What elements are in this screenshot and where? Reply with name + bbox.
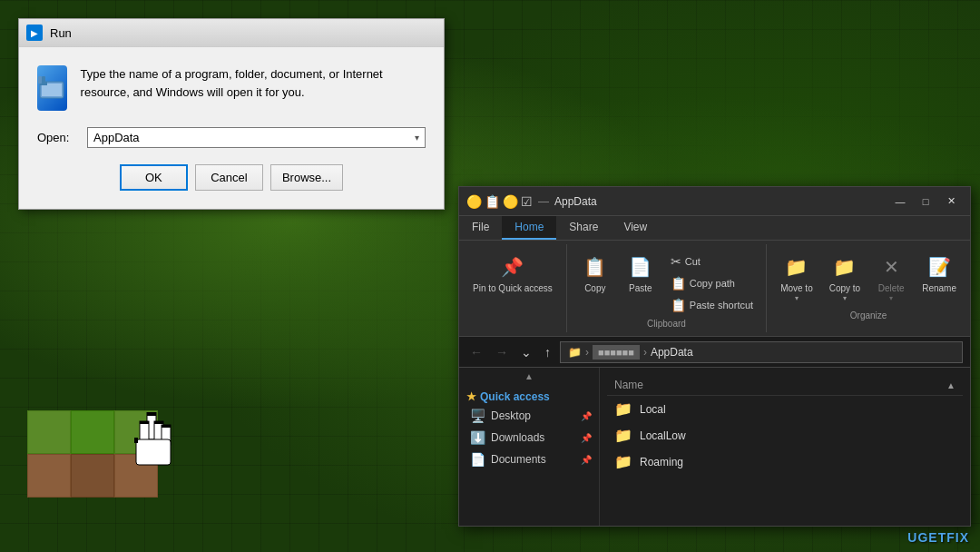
pin-group: 📌 Pin to Quick access xyxy=(459,244,567,332)
explorer-title-left: 🟡 📋 🟡 ☑ — AppData xyxy=(466,194,597,209)
file-list-name-header: Name xyxy=(614,379,643,391)
copy-to-arrow-icon: ▾ xyxy=(843,294,847,302)
svg-rect-1 xyxy=(42,84,62,96)
run-titlebar: ▶ Run xyxy=(19,19,444,47)
delete-label: Delete xyxy=(878,283,905,294)
close-button[interactable]: ✕ xyxy=(939,192,963,211)
address-bar: ← → ⌄ ↑ 📁 › ■■■■■■ › AppData xyxy=(459,337,970,368)
rename-button[interactable]: 📝 Rename xyxy=(916,248,963,307)
organize-group: 📁 Move to ▾ 📁 Copy to ▾ ✕ Delete ▾ xyxy=(767,244,970,332)
tab-share[interactable]: Share xyxy=(556,216,611,240)
clipboard-group: 📋 Copy 📄 Paste ✂ Cut 📋 xyxy=(567,244,767,332)
run-dropdown-arrow-icon[interactable]: ▾ xyxy=(415,133,419,143)
file-list: Name ▲ 📁 Local 📁 LocalLow 📁 Roaming xyxy=(600,368,970,526)
desktop-pin-icon: 📌 xyxy=(581,411,592,421)
rename-label: Rename xyxy=(922,283,956,294)
file-item-roaming[interactable]: 📁 Roaming xyxy=(607,448,963,475)
paste-shortcut-label: Paste shortcut xyxy=(690,300,753,310)
breadcrumb-folder-icon: 📁 xyxy=(568,346,582,359)
nav-back-button[interactable]: ← xyxy=(466,343,486,361)
downloads-icon: ⬇️ xyxy=(470,430,485,445)
scroll-up-indicator: ▲ xyxy=(459,368,599,385)
minecraft-decoration xyxy=(27,410,158,498)
minimize-button[interactable]: — xyxy=(888,192,912,211)
localLow-folder-icon: 📁 xyxy=(614,427,632,444)
file-item-local[interactable]: 📁 Local xyxy=(607,396,963,422)
move-to-arrow-icon: ▾ xyxy=(795,294,799,302)
maximize-button[interactable]: □ xyxy=(914,192,937,211)
breadcrumb-separator: › xyxy=(585,346,589,359)
file-item-local-label: Local xyxy=(640,403,666,416)
ribbon: File Home Share View 📌 Pin to Quick acce… xyxy=(459,216,970,337)
downloads-pin-icon: 📌 xyxy=(581,433,592,443)
explorer-titlebar: 🟡 📋 🟡 ☑ — AppData — □ ✕ xyxy=(459,187,970,216)
file-explorer: 🟡 📋 🟡 ☑ — AppData — □ ✕ File Home Share … xyxy=(458,186,971,527)
run-ok-button[interactable]: OK xyxy=(120,164,188,191)
explorer-title-icons: 🟡 📋 🟡 ☑ xyxy=(466,194,533,209)
run-cancel-button[interactable]: Cancel xyxy=(195,164,263,191)
quick-access-star-icon: ★ xyxy=(466,390,476,403)
delete-icon: ✕ xyxy=(877,252,906,281)
sidebar-scroll: ▲ ★ Quick access 🖥️ Desktop 📌 ⬇️ Downloa… xyxy=(459,368,599,470)
documents-pin-icon: 📌 xyxy=(581,455,592,465)
sidebar-item-desktop[interactable]: 🖥️ Desktop 📌 xyxy=(459,405,599,427)
copy-to-button[interactable]: 📁 Copy to ▾ xyxy=(823,248,867,307)
sidebar-item-downloads[interactable]: ⬇️ Downloads 📌 xyxy=(459,427,599,448)
sidebar-item-documents[interactable]: 📄 Documents 📌 xyxy=(459,448,599,470)
file-item-localLow[interactable]: 📁 LocalLow xyxy=(607,422,963,448)
file-list-header: Name ▲ xyxy=(607,375,963,396)
run-buttons: OK Cancel Browse... xyxy=(37,164,426,191)
run-body: Type the name of a program, folder, docu… xyxy=(19,47,444,209)
desktop-icon: 🖥️ xyxy=(470,409,485,423)
run-titlebar-icon: ▶ xyxy=(26,25,43,41)
copy-button[interactable]: 📋 Copy xyxy=(574,248,616,299)
copy-label: Copy xyxy=(584,283,605,294)
copy-to-label: Copy to xyxy=(829,283,860,294)
move-to-icon: 📁 xyxy=(782,252,811,281)
address-path[interactable]: 📁 › ■■■■■■ › AppData xyxy=(560,341,963,363)
pin-label: Pin to Quick access xyxy=(473,283,553,294)
quick-access-label: Quick access xyxy=(480,390,550,403)
paste-shortcut-button[interactable]: 📋 Paste shortcut xyxy=(665,295,759,315)
rename-icon: 📝 xyxy=(925,252,954,281)
paste-icon: 📄 xyxy=(626,252,655,281)
pin-to-quick-access-button[interactable]: 📌 Pin to Quick access xyxy=(466,248,559,299)
copy-path-label: Copy path xyxy=(690,278,735,289)
tab-home[interactable]: Home xyxy=(502,216,556,240)
file-item-roaming-label: Roaming xyxy=(640,456,683,468)
tab-view[interactable]: View xyxy=(611,216,660,240)
run-input-wrapper[interactable]: ▾ xyxy=(87,127,426,148)
cut-label: Cut xyxy=(685,256,701,267)
clipboard-icon: 📋 xyxy=(485,194,500,209)
organize-items: 📁 Move to ▾ 📁 Copy to ▾ ✕ Delete ▾ xyxy=(774,248,963,307)
title-separator: — xyxy=(538,195,549,208)
run-input[interactable] xyxy=(93,131,415,144)
breadcrumb-hidden: ■■■■■■ xyxy=(593,345,640,360)
file-list-collapse-icon[interactable]: ▲ xyxy=(946,380,956,390)
nav-forward-button[interactable]: → xyxy=(492,343,512,361)
sidebar-downloads-label: Downloads xyxy=(491,431,575,444)
run-open-row: Open: ▾ xyxy=(37,127,426,148)
run-header: Type the name of a program, folder, docu… xyxy=(37,65,426,111)
svg-rect-4 xyxy=(38,76,42,84)
delete-button[interactable]: ✕ Delete ▾ xyxy=(870,248,912,307)
paste-label: Paste xyxy=(629,283,652,294)
ribbon-tabs: File Home Share View xyxy=(459,216,970,241)
pin-icon: 📌 xyxy=(498,252,527,281)
window-controls: — □ ✕ xyxy=(888,192,963,211)
delete-arrow-icon: ▾ xyxy=(889,294,893,302)
nav-recent-button[interactable]: ⌄ xyxy=(517,343,535,361)
sidebar-documents-label: Documents xyxy=(491,453,575,466)
paste-button[interactable]: 📄 Paste xyxy=(620,248,662,299)
run-browse-button[interactable]: Browse... xyxy=(270,164,343,191)
documents-icon: 📄 xyxy=(470,452,485,467)
nav-up-button[interactable]: ↑ xyxy=(541,343,554,361)
copy-path-button[interactable]: 📋 Copy path xyxy=(665,273,759,293)
cut-button[interactable]: ✂ Cut xyxy=(665,251,759,271)
copy-path-icon: 📋 xyxy=(671,276,686,291)
move-to-button[interactable]: 📁 Move to ▾ xyxy=(774,248,819,307)
tab-file[interactable]: File xyxy=(459,216,502,240)
svg-rect-3 xyxy=(42,76,45,84)
roaming-folder-icon: 📁 xyxy=(614,453,632,470)
run-description: Type the name of a program, folder, docu… xyxy=(81,65,426,101)
